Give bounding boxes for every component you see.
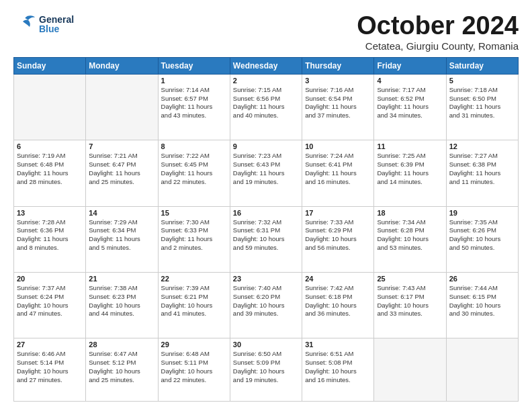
day-info: Sunrise: 7:25 AM Sunset: 6:39 PM Dayligh… — [377, 152, 443, 186]
day-info: Sunrise: 7:21 AM Sunset: 6:47 PM Dayligh… — [89, 152, 154, 186]
logo: General Blue — [13, 12, 74, 36]
day-number: 24 — [305, 275, 371, 283]
day-info: Sunrise: 7:44 AM Sunset: 6:15 PM Dayligh… — [449, 284, 515, 318]
day-number: 15 — [161, 209, 227, 217]
calendar-cell: 4Sunrise: 7:17 AM Sunset: 6:52 PM Daylig… — [374, 74, 446, 140]
day-number: 1 — [161, 77, 227, 85]
calendar-cell: 9Sunrise: 7:23 AM Sunset: 6:43 PM Daylig… — [230, 140, 302, 206]
day-info: Sunrise: 7:16 AM Sunset: 6:54 PM Dayligh… — [305, 86, 371, 120]
calendar-week-1: 1Sunrise: 7:14 AM Sunset: 6:57 PM Daylig… — [14, 74, 519, 140]
day-info: Sunrise: 6:51 AM Sunset: 5:08 PM Dayligh… — [305, 350, 371, 384]
col-saturday: Saturday — [446, 57, 518, 74]
day-info: Sunrise: 7:27 AM Sunset: 6:38 PM Dayligh… — [449, 152, 515, 186]
day-number: 28 — [89, 340, 154, 349]
day-number: 29 — [161, 340, 227, 349]
calendar-cell: 3Sunrise: 7:16 AM Sunset: 6:54 PM Daylig… — [302, 74, 374, 140]
day-info: Sunrise: 6:46 AM Sunset: 5:14 PM Dayligh… — [17, 350, 83, 384]
day-info: Sunrise: 7:35 AM Sunset: 6:26 PM Dayligh… — [449, 218, 515, 253]
col-wednesday: Wednesday — [230, 57, 302, 74]
calendar-cell: 24Sunrise: 7:42 AM Sunset: 6:18 PM Dayli… — [302, 272, 374, 338]
day-number: 2 — [233, 77, 299, 85]
logo-icon — [13, 12, 38, 36]
calendar-cell — [446, 338, 518, 402]
calendar-cell: 21Sunrise: 7:38 AM Sunset: 6:23 PM Dayli… — [86, 272, 158, 338]
day-number: 8 — [161, 142, 227, 150]
header: General Blue October 2024 Cetatea, Giurg… — [13, 12, 519, 52]
day-number: 14 — [89, 209, 154, 217]
logo-words: General Blue — [39, 15, 74, 34]
day-info: Sunrise: 7:42 AM Sunset: 6:18 PM Dayligh… — [305, 284, 371, 318]
day-info: Sunrise: 7:39 AM Sunset: 6:21 PM Dayligh… — [161, 284, 227, 318]
day-info: Sunrise: 7:30 AM Sunset: 6:33 PM Dayligh… — [161, 218, 227, 253]
col-monday: Monday — [86, 57, 158, 74]
day-header-row: Sunday Monday Tuesday Wednesday Thursday… — [14, 57, 519, 74]
calendar-cell: 22Sunrise: 7:39 AM Sunset: 6:21 PM Dayli… — [158, 272, 230, 338]
calendar-cell: 14Sunrise: 7:29 AM Sunset: 6:34 PM Dayli… — [86, 206, 158, 272]
day-number: 4 — [377, 77, 443, 85]
day-number: 17 — [305, 209, 371, 217]
day-number: 5 — [449, 77, 515, 85]
calendar-cell: 5Sunrise: 7:18 AM Sunset: 6:50 PM Daylig… — [446, 74, 518, 140]
day-number: 27 — [17, 340, 83, 349]
day-number: 18 — [377, 209, 443, 217]
day-info: Sunrise: 7:33 AM Sunset: 6:29 PM Dayligh… — [305, 218, 371, 253]
day-info: Sunrise: 7:28 AM Sunset: 6:36 PM Dayligh… — [17, 218, 83, 253]
calendar-cell: 25Sunrise: 7:43 AM Sunset: 6:17 PM Dayli… — [374, 272, 446, 338]
day-number: 26 — [449, 275, 515, 283]
day-info: Sunrise: 7:24 AM Sunset: 6:41 PM Dayligh… — [305, 152, 371, 186]
day-info: Sunrise: 7:14 AM Sunset: 6:57 PM Dayligh… — [161, 86, 227, 120]
day-number: 12 — [449, 142, 515, 150]
month-title: October 2024 — [357, 12, 519, 40]
calendar-cell: 19Sunrise: 7:35 AM Sunset: 6:26 PM Dayli… — [446, 206, 518, 272]
calendar-cell — [86, 74, 158, 140]
day-info: Sunrise: 7:18 AM Sunset: 6:50 PM Dayligh… — [449, 86, 515, 120]
calendar-week-5: 27Sunrise: 6:46 AM Sunset: 5:14 PM Dayli… — [14, 338, 519, 402]
day-info: Sunrise: 7:40 AM Sunset: 6:20 PM Dayligh… — [233, 284, 299, 318]
day-info: Sunrise: 7:32 AM Sunset: 6:31 PM Dayligh… — [233, 218, 299, 253]
logo-blue-text: Blue — [39, 24, 74, 34]
calendar-cell: 18Sunrise: 7:34 AM Sunset: 6:28 PM Dayli… — [374, 206, 446, 272]
calendar-cell: 17Sunrise: 7:33 AM Sunset: 6:29 PM Dayli… — [302, 206, 374, 272]
calendar-cell: 8Sunrise: 7:22 AM Sunset: 6:45 PM Daylig… — [158, 140, 230, 206]
calendar-cell: 10Sunrise: 7:24 AM Sunset: 6:41 PM Dayli… — [302, 140, 374, 206]
calendar-cell — [14, 74, 86, 140]
day-number: 19 — [449, 209, 515, 217]
col-friday: Friday — [374, 57, 446, 74]
calendar-cell: 29Sunrise: 6:48 AM Sunset: 5:11 PM Dayli… — [158, 338, 230, 402]
day-info: Sunrise: 7:17 AM Sunset: 6:52 PM Dayligh… — [377, 86, 443, 120]
day-info: Sunrise: 7:23 AM Sunset: 6:43 PM Dayligh… — [233, 152, 299, 186]
day-number: 11 — [377, 142, 443, 150]
day-info: Sunrise: 7:34 AM Sunset: 6:28 PM Dayligh… — [377, 218, 443, 253]
title-block: October 2024 Cetatea, Giurgiu County, Ro… — [357, 12, 519, 52]
day-number: 23 — [233, 275, 299, 283]
logo-general-text: General — [39, 15, 74, 24]
calendar-cell: 27Sunrise: 6:46 AM Sunset: 5:14 PM Dayli… — [14, 338, 86, 402]
calendar-week-3: 13Sunrise: 7:28 AM Sunset: 6:36 PM Dayli… — [14, 206, 519, 272]
day-number: 6 — [17, 142, 83, 150]
day-info: Sunrise: 7:22 AM Sunset: 6:45 PM Dayligh… — [161, 152, 227, 186]
day-info: Sunrise: 7:19 AM Sunset: 6:48 PM Dayligh… — [17, 152, 83, 186]
calendar-cell: 16Sunrise: 7:32 AM Sunset: 6:31 PM Dayli… — [230, 206, 302, 272]
day-info: Sunrise: 7:15 AM Sunset: 6:56 PM Dayligh… — [233, 86, 299, 120]
day-number: 30 — [233, 340, 299, 349]
day-number: 16 — [233, 209, 299, 217]
col-sunday: Sunday — [14, 57, 86, 74]
day-info: Sunrise: 7:29 AM Sunset: 6:34 PM Dayligh… — [89, 218, 154, 253]
day-number: 9 — [233, 142, 299, 150]
calendar-body: 1Sunrise: 7:14 AM Sunset: 6:57 PM Daylig… — [14, 74, 519, 401]
calendar-cell: 2Sunrise: 7:15 AM Sunset: 6:56 PM Daylig… — [230, 74, 302, 140]
day-info: Sunrise: 7:43 AM Sunset: 6:17 PM Dayligh… — [377, 284, 443, 318]
calendar-cell: 30Sunrise: 6:50 AM Sunset: 5:09 PM Dayli… — [230, 338, 302, 402]
svg-rect-0 — [13, 12, 38, 36]
calendar-cell: 1Sunrise: 7:14 AM Sunset: 6:57 PM Daylig… — [158, 74, 230, 140]
col-tuesday: Tuesday — [158, 57, 230, 74]
calendar-cell: 11Sunrise: 7:25 AM Sunset: 6:39 PM Dayli… — [374, 140, 446, 206]
calendar-cell: 23Sunrise: 7:40 AM Sunset: 6:20 PM Dayli… — [230, 272, 302, 338]
day-info: Sunrise: 6:50 AM Sunset: 5:09 PM Dayligh… — [233, 350, 299, 384]
page: General Blue October 2024 Cetatea, Giurg… — [0, 0, 532, 411]
day-number: 31 — [305, 340, 371, 349]
calendar-cell: 13Sunrise: 7:28 AM Sunset: 6:36 PM Dayli… — [14, 206, 86, 272]
day-info: Sunrise: 7:38 AM Sunset: 6:23 PM Dayligh… — [89, 284, 154, 318]
calendar-cell: 12Sunrise: 7:27 AM Sunset: 6:38 PM Dayli… — [446, 140, 518, 206]
calendar-cell: 31Sunrise: 6:51 AM Sunset: 5:08 PM Dayli… — [302, 338, 374, 402]
